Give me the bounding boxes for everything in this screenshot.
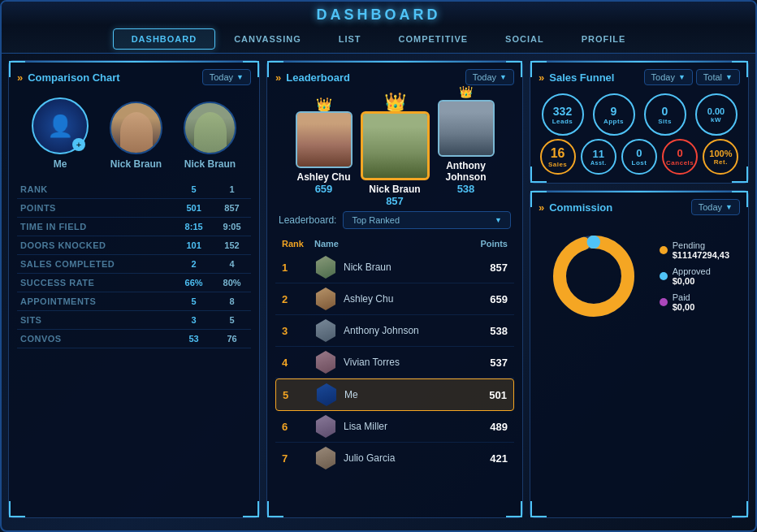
title-bar: DASHBOARD	[2, 2, 755, 25]
lb-avatar	[314, 447, 337, 469]
podium-first: 👑 Nick Braun 857	[361, 111, 430, 207]
lb-avatar	[314, 288, 337, 310]
podium-first-points: 857	[386, 195, 404, 207]
chevron-icon: »	[17, 71, 23, 84]
stats-row: RANK 5 1	[17, 180, 251, 199]
lb-row[interactable]: 4 Vivian Torres 537	[275, 347, 514, 378]
lb-points: 857	[443, 262, 508, 274]
lb-player-name: Vivian Torres	[344, 357, 400, 368]
funnel-lost: 0 Lost	[620, 139, 658, 175]
lb-points: 501	[442, 389, 507, 401]
lb-avatar	[314, 415, 337, 438]
lb-rank-num: 1	[282, 262, 314, 274]
stats-row: SUCCESS RATE 66% 80%	[17, 274, 251, 292]
nav-dashboard[interactable]: DASHBOARD	[113, 28, 216, 50]
stats-row-other: 9:05	[213, 218, 251, 236]
leads-cell: 332 Leads	[542, 93, 584, 136]
comparison-header: » Comparison Chart Today ▼	[17, 69, 251, 85]
sits-cell: 0 Sits	[644, 93, 686, 136]
stats-row-label: SITS	[17, 311, 175, 330]
lb-row[interactable]: 2 Ashley Chu 659	[275, 283, 514, 315]
lb-avatar	[314, 351, 337, 374]
kw-cell: 0.00 kW	[695, 93, 738, 136]
lb-table-header: Rank Name Points	[275, 236, 514, 252]
nav-competitive[interactable]: COMPETITIVE	[380, 28, 487, 50]
lb-player: Nick Braun	[314, 256, 443, 279]
lb-rank-num: 6	[282, 421, 314, 433]
stats-row-other: 152	[213, 236, 251, 255]
leaderboard-panel: » Leaderboard Today ▼ 👑	[266, 60, 523, 518]
lb-row[interactable]: 5 Me 501	[275, 378, 514, 411]
stats-row-other: 80%	[213, 274, 251, 292]
lb-avatar	[314, 319, 337, 342]
podium-second: 👑 Ashley Chu 659	[296, 111, 353, 195]
other-avatar-col: Nick Braun	[110, 102, 162, 170]
comparison-dropdown[interactable]: Today ▼	[202, 69, 251, 85]
other-label: Nick Braun	[110, 158, 162, 170]
stats-row-me: 501	[175, 199, 213, 218]
second-face	[297, 113, 351, 167]
donut-svg	[549, 231, 638, 321]
assisted-cell: 11 Asst.	[581, 139, 616, 175]
stats-row-other: 857	[213, 199, 251, 218]
pending-legend-item: Pending $11147294,43	[660, 240, 729, 260]
stats-row-me: 8:15	[175, 218, 213, 236]
stats-row-label: DOORS KNOCKED	[17, 236, 175, 255]
stats-row-label: APPOINTMENTS	[17, 292, 175, 311]
podium-third-points: 538	[457, 183, 475, 195]
nav-list[interactable]: LIST	[320, 28, 380, 50]
funnel-leads: 332 Leads	[539, 93, 586, 136]
podium-third-avatar-wrap: 👑	[438, 100, 495, 157]
pending-legend-text: Pending $11147294,43	[673, 240, 729, 260]
dropdown-arrow-icon: ▼	[236, 73, 244, 81]
lb-avatar	[315, 383, 338, 406]
funnel-dropdown-1[interactable]: Today ▼	[644, 69, 693, 85]
avatar-face-1	[111, 103, 161, 153]
first-crown-icon: 👑	[384, 92, 406, 113]
commission-title: » Commission	[539, 201, 612, 214]
stats-row: SITS 3 5	[17, 311, 251, 330]
funnel-dropdown-2[interactable]: Total ▼	[696, 69, 740, 85]
lb-row[interactable]: 7 Julio Garcia 421	[275, 443, 514, 471]
stats-row-other: 1	[213, 180, 251, 199]
lb-filter-dropdown[interactable]: Top Ranked ▼	[343, 211, 511, 229]
lb-player-name: Lisa Miller	[344, 421, 387, 432]
comparison-title: » Comparison Chart	[17, 71, 120, 84]
sales-funnel-title: » Sales Funnel	[539, 71, 614, 84]
stats-row-me: 53	[175, 330, 213, 348]
nav-social[interactable]: SOCIAL	[487, 28, 563, 50]
stats-table: RANK 5 1 POINTS 501 857 TIME IN FIELD 8:…	[17, 180, 251, 348]
svg-point-1	[560, 242, 628, 310]
leaderboard-dropdown[interactable]: Today ▼	[465, 69, 514, 85]
lb-player: Lisa Miller	[314, 415, 443, 438]
nav-profile[interactable]: PROFILE	[563, 28, 645, 50]
paid-legend-text: Paid $0,00	[673, 292, 695, 312]
stats-row: SALES COMPLETED 2 4	[17, 255, 251, 274]
lb-player-name: Ashley Chu	[344, 293, 393, 305]
face-shape	[120, 112, 153, 153]
lb-dropdown-arrow-icon: ▼	[500, 73, 507, 81]
lb-row[interactable]: 1 Nick Braun 857	[275, 252, 514, 283]
lost-cell: 0 Lost	[621, 139, 657, 175]
comm-chevron-icon: »	[539, 201, 544, 214]
podium-third-name: AnthonyJohnson	[446, 160, 487, 183]
stats-row-other: 4	[213, 255, 251, 274]
me-avatar: 👤 +	[32, 97, 89, 154]
page-title: DASHBOARD	[2, 6, 755, 24]
main-wrapper: DASHBOARD DASHBOARD CANVASSING LIST COMP…	[0, 0, 757, 532]
stats-row-label: CONVOS	[17, 330, 175, 348]
nav-canvassing[interactable]: CANVASSING	[215, 28, 320, 50]
lb-row[interactable]: 6 Lisa Miller 489	[275, 411, 514, 443]
lb-filter-label: Leaderboard:	[279, 214, 336, 226]
funnel-sales: 16 Sales	[539, 139, 577, 175]
nav-bar: DASHBOARD CANVASSING LIST COMPETITIVE SO…	[2, 25, 755, 54]
commission-dropdown[interactable]: Today ▼	[691, 199, 740, 215]
fd2-arrow-icon: ▼	[725, 73, 733, 81]
lb-avatar	[314, 256, 337, 279]
lb-player-name: Anthony Johnson	[344, 325, 419, 336]
funnel-kw: 0.00 kW	[692, 93, 740, 136]
lb-row[interactable]: 3 Anthony Johnson 538	[275, 315, 514, 347]
stats-row: CONVOS 53 76	[17, 330, 251, 348]
me-label: Me	[54, 158, 67, 170]
podium-section: 👑 Ashley Chu 659 👑	[275, 93, 514, 211]
